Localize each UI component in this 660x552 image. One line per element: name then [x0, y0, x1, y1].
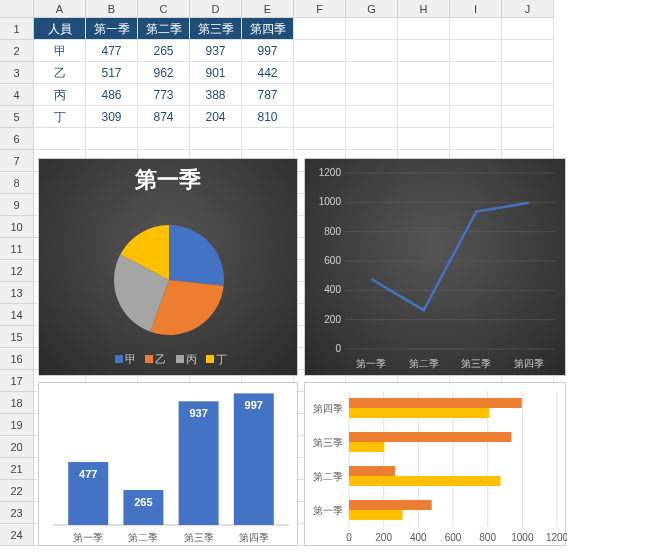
row-header-24[interactable]: 24: [0, 524, 34, 546]
cell[interactable]: 486: [86, 84, 138, 106]
cell[interactable]: 第二季: [138, 18, 190, 40]
cell[interactable]: 517: [86, 62, 138, 84]
cell[interactable]: 874: [138, 106, 190, 128]
cell[interactable]: [294, 40, 346, 62]
row-header-4[interactable]: 4: [0, 84, 34, 106]
row-header-12[interactable]: 12: [0, 260, 34, 282]
row-header-17[interactable]: 17: [0, 370, 34, 392]
row-header-22[interactable]: 22: [0, 480, 34, 502]
select-all-corner[interactable]: [0, 0, 34, 18]
col-header-B[interactable]: B: [86, 0, 138, 18]
cell[interactable]: 265: [138, 40, 190, 62]
row-header-3[interactable]: 3: [0, 62, 34, 84]
cell[interactable]: [346, 40, 398, 62]
chart-line-jia[interactable]: 020040060080010001200第一季第二季第三季第四季: [304, 158, 566, 376]
cell[interactable]: 第四季: [242, 18, 294, 40]
cell[interactable]: [346, 106, 398, 128]
cell[interactable]: 丁: [34, 106, 86, 128]
cell[interactable]: 人員: [34, 18, 86, 40]
cell[interactable]: [190, 128, 242, 150]
row-header-20[interactable]: 20: [0, 436, 34, 458]
cell[interactable]: [502, 128, 554, 150]
cell[interactable]: [398, 18, 450, 40]
cell[interactable]: [398, 40, 450, 62]
cell[interactable]: [346, 84, 398, 106]
cell[interactable]: [138, 128, 190, 150]
row-header-1[interactable]: 1: [0, 18, 34, 40]
row-header-23[interactable]: 23: [0, 502, 34, 524]
cell[interactable]: 901: [190, 62, 242, 84]
row-header-8[interactable]: 8: [0, 172, 34, 194]
row-header-14[interactable]: 14: [0, 304, 34, 326]
cell[interactable]: 810: [242, 106, 294, 128]
cell[interactable]: [86, 128, 138, 150]
row-header-11[interactable]: 11: [0, 238, 34, 260]
cell[interactable]: 773: [138, 84, 190, 106]
svg-rect-55: [349, 510, 403, 520]
row-header-6[interactable]: 6: [0, 128, 34, 150]
col-header-A[interactable]: A: [34, 0, 86, 18]
cell[interactable]: [502, 106, 554, 128]
cell[interactable]: 787: [242, 84, 294, 106]
cell[interactable]: [502, 62, 554, 84]
col-header-F[interactable]: F: [294, 0, 346, 18]
cell[interactable]: [398, 62, 450, 84]
cell[interactable]: [450, 84, 502, 106]
row-header-21[interactable]: 21: [0, 458, 34, 480]
cell[interactable]: [34, 128, 86, 150]
cell[interactable]: 甲: [34, 40, 86, 62]
cell[interactable]: 204: [190, 106, 242, 128]
cell[interactable]: [450, 40, 502, 62]
cell[interactable]: 477: [86, 40, 138, 62]
cell[interactable]: [450, 18, 502, 40]
row-header-9[interactable]: 9: [0, 194, 34, 216]
cell[interactable]: [398, 84, 450, 106]
row-header-13[interactable]: 13: [0, 282, 34, 304]
col-header-E[interactable]: E: [242, 0, 294, 18]
cell[interactable]: 962: [138, 62, 190, 84]
cell[interactable]: [450, 128, 502, 150]
cell[interactable]: [398, 106, 450, 128]
row-header-10[interactable]: 10: [0, 216, 34, 238]
chart-pie-q1[interactable]: 第一季 甲 乙 丙 丁: [38, 158, 298, 376]
chart-hbar-compare[interactable]: 020040060080010001200第四季第三季第二季第一季: [304, 382, 566, 546]
col-header-I[interactable]: I: [450, 0, 502, 18]
col-header-C[interactable]: C: [138, 0, 190, 18]
cell[interactable]: 937: [190, 40, 242, 62]
row-header-18[interactable]: 18: [0, 392, 34, 414]
cell[interactable]: [450, 106, 502, 128]
cell[interactable]: [242, 128, 294, 150]
cell[interactable]: [294, 62, 346, 84]
col-header-H[interactable]: H: [398, 0, 450, 18]
cell[interactable]: 乙: [34, 62, 86, 84]
cell[interactable]: 309: [86, 106, 138, 128]
row-header-16[interactable]: 16: [0, 348, 34, 370]
col-header-G[interactable]: G: [346, 0, 398, 18]
col-header-D[interactable]: D: [190, 0, 242, 18]
cell[interactable]: [502, 84, 554, 106]
cell[interactable]: 442: [242, 62, 294, 84]
chart-bar-jia[interactable]: 477第一季265第二季937第三季997第四季: [38, 382, 298, 546]
cell[interactable]: 997: [242, 40, 294, 62]
cell[interactable]: [294, 128, 346, 150]
cell[interactable]: [346, 18, 398, 40]
cell[interactable]: [346, 62, 398, 84]
cell[interactable]: 第一季: [86, 18, 138, 40]
cell[interactable]: [294, 18, 346, 40]
cell[interactable]: [502, 40, 554, 62]
row-header-5[interactable]: 5: [0, 106, 34, 128]
cell[interactable]: 第三季: [190, 18, 242, 40]
cell[interactable]: 388: [190, 84, 242, 106]
cell[interactable]: 丙: [34, 84, 86, 106]
col-header-J[interactable]: J: [502, 0, 554, 18]
row-header-7[interactable]: 7: [0, 150, 34, 172]
cell[interactable]: [346, 128, 398, 150]
cell[interactable]: [502, 18, 554, 40]
row-header-15[interactable]: 15: [0, 326, 34, 348]
cell[interactable]: [450, 62, 502, 84]
cell[interactable]: [398, 128, 450, 150]
cell[interactable]: [294, 84, 346, 106]
cell[interactable]: [294, 106, 346, 128]
row-header-19[interactable]: 19: [0, 414, 34, 436]
row-header-2[interactable]: 2: [0, 40, 34, 62]
